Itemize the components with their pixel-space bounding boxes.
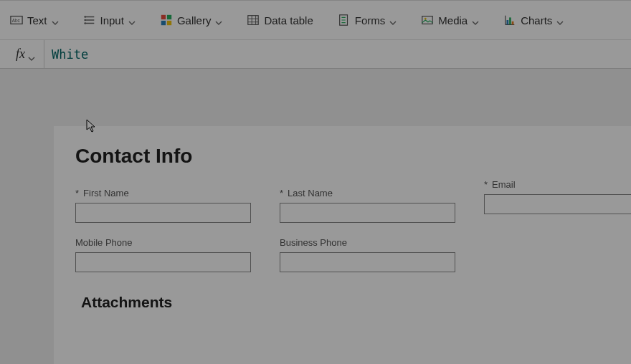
mobile-phone-input[interactable] — [75, 252, 251, 272]
forms-icon — [338, 14, 351, 27]
input-icon — [83, 14, 96, 27]
svg-rect-7 — [161, 21, 166, 25]
email-input[interactable] — [484, 194, 631, 214]
form-row-2: Mobile Phone Business Phone — [75, 237, 631, 272]
business-phone-label: Business Phone — [280, 237, 347, 248]
chevron-down-icon — [52, 16, 59, 24]
toolbar-text-label: Text — [27, 14, 47, 27]
toolbar-datatable[interactable]: Data table — [241, 9, 318, 31]
toolbar-media[interactable]: Media — [415, 9, 485, 31]
svg-rect-14 — [509, 17, 511, 24]
attachments-heading: Attachments — [81, 294, 631, 311]
required-asterisk: * — [484, 179, 488, 190]
insert-toolbar: Abc Text Input Gallery Data table — [0, 0, 631, 40]
chevron-down-icon — [472, 16, 479, 24]
gallery-icon — [160, 14, 173, 27]
first-name-input[interactable] — [75, 203, 251, 223]
chevron-down-icon — [128, 16, 136, 24]
last-name-input[interactable] — [280, 203, 455, 223]
email-label: Email — [492, 179, 516, 190]
last-name-label: Last Name — [288, 188, 333, 198]
toolbar-media-label: Media — [438, 14, 468, 27]
svg-point-12 — [424, 18, 427, 20]
chevron-down-icon — [215, 16, 222, 24]
required-asterisk: * — [75, 188, 79, 198]
business-phone-input[interactable] — [280, 252, 455, 272]
form-row-1: * First Name * Last Name * Email — [75, 188, 631, 223]
svg-rect-8 — [167, 21, 171, 25]
required-asterisk: * — [280, 188, 283, 198]
svg-rect-5 — [161, 15, 166, 19]
field-first-name: * First Name — [75, 188, 251, 223]
toolbar-forms[interactable]: Forms — [332, 9, 403, 31]
text-icon: Abc — [10, 14, 23, 27]
field-mobile-phone: Mobile Phone — [75, 237, 251, 272]
toolbar-datatable-label: Data table — [264, 14, 313, 27]
field-last-name: * Last Name — [280, 188, 455, 223]
datatable-icon — [247, 14, 260, 27]
svg-point-4 — [84, 22, 86, 24]
svg-rect-13 — [507, 20, 509, 24]
fx-label: fx — [16, 47, 25, 62]
first-name-label: First Name — [83, 188, 129, 198]
form-title: Contact Info — [75, 145, 631, 168]
media-icon — [421, 14, 434, 27]
toolbar-charts[interactable]: Charts — [498, 9, 569, 31]
fx-dropdown[interactable]: fx — [0, 40, 44, 68]
field-business-phone: Business Phone — [280, 237, 455, 272]
chevron-down-icon — [556, 16, 564, 24]
design-canvas[interactable]: Contact Info * First Name * Last Name * — [0, 69, 631, 364]
svg-point-3 — [84, 19, 86, 21]
svg-rect-9 — [248, 16, 258, 25]
toolbar-gallery[interactable]: Gallery — [154, 9, 229, 31]
toolbar-input-label: Input — [100, 14, 124, 27]
formula-bar: fx — [0, 40, 631, 69]
toolbar-input[interactable]: Input — [77, 9, 141, 31]
mobile-phone-label: Mobile Phone — [75, 237, 133, 248]
charts-icon — [503, 14, 516, 27]
chevron-down-icon — [389, 16, 397, 24]
formula-input[interactable] — [44, 40, 631, 68]
svg-point-2 — [84, 16, 86, 18]
toolbar-gallery-label: Gallery — [177, 14, 212, 27]
svg-rect-15 — [512, 21, 514, 25]
toolbar-text[interactable]: Abc Text — [4, 9, 65, 31]
form-screen[interactable]: Contact Info * First Name * Last Name * — [54, 126, 631, 364]
toolbar-forms-label: Forms — [355, 14, 386, 27]
svg-text:Abc: Abc — [12, 18, 20, 23]
svg-rect-11 — [422, 16, 432, 24]
svg-rect-6 — [167, 15, 171, 19]
field-email: * Email — [484, 179, 631, 223]
chevron-down-icon — [28, 51, 35, 58]
toolbar-charts-label: Charts — [521, 14, 552, 27]
